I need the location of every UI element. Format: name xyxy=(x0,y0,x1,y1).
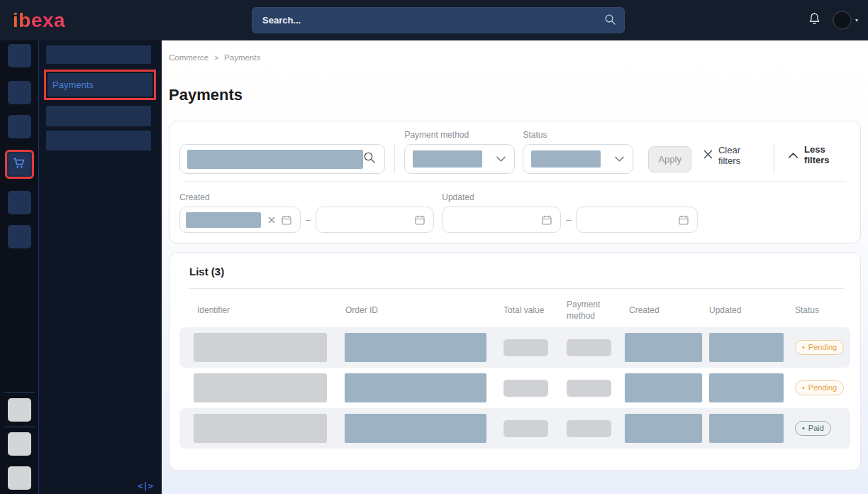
cart-icon xyxy=(11,156,27,173)
clear-filters-button[interactable]: Clear filters xyxy=(703,145,762,166)
redacted-total-value xyxy=(503,339,548,356)
filter-search-input[interactable] xyxy=(179,144,385,174)
icon-rail xyxy=(0,40,39,494)
updated-from-input[interactable] xyxy=(442,207,561,233)
created-label: Created xyxy=(179,192,434,202)
rail-bottom-item-3[interactable] xyxy=(8,466,31,490)
calendar-icon[interactable] xyxy=(281,214,292,226)
redacted-payment-method xyxy=(567,420,611,437)
breadcrumb-separator: > xyxy=(214,53,218,62)
col-updated: Updated xyxy=(709,304,792,316)
redacted-updated xyxy=(709,414,784,443)
filter-divider xyxy=(774,145,774,173)
list-title: List (3) xyxy=(189,265,850,278)
less-filters-button[interactable]: Less filters xyxy=(789,144,850,165)
rail-item-6[interactable] xyxy=(8,225,31,248)
sidebar-item-3[interactable] xyxy=(46,106,151,126)
rail-item-5[interactable] xyxy=(8,191,31,214)
rail-bottom-item-2[interactable] xyxy=(8,432,31,456)
col-total-value: Total value xyxy=(503,304,567,316)
global-search xyxy=(252,7,625,33)
status-select[interactable] xyxy=(523,144,633,174)
created-from-input[interactable] xyxy=(179,207,301,233)
table-row[interactable]: •Pending xyxy=(179,327,850,368)
filters-panel: Payment method Status xyxy=(169,121,861,243)
redacted-created xyxy=(625,414,702,443)
calendar-icon[interactable] xyxy=(678,214,689,226)
redacted-search-value xyxy=(187,150,363,169)
status-label: Status xyxy=(523,130,633,140)
sidebar-item-label: Payments xyxy=(52,79,94,90)
sidebar-item-1[interactable] xyxy=(46,45,151,64)
calendar-icon[interactable] xyxy=(414,214,425,226)
payment-method-select[interactable] xyxy=(404,144,515,174)
rail-item-commerce[interactable] xyxy=(9,153,30,175)
rail-divider xyxy=(4,427,35,427)
clear-filters-label: Clear filters xyxy=(718,145,762,166)
main-content: Commerce > Payments Payments Payment met… xyxy=(162,40,868,494)
redacted-identifier xyxy=(194,414,327,443)
breadcrumb-commerce[interactable]: Commerce xyxy=(169,53,208,62)
redacted-payment-method xyxy=(567,380,611,397)
table-header: Identifier Order ID Total value Payment … xyxy=(179,289,850,327)
redacted-updated xyxy=(709,373,784,402)
global-search-input[interactable] xyxy=(252,7,625,33)
updated-label: Updated xyxy=(442,192,698,202)
apply-button[interactable]: Apply xyxy=(648,146,691,172)
sidebar-item-4[interactable] xyxy=(46,131,151,150)
avatar[interactable] xyxy=(833,11,852,30)
chevron-up-icon xyxy=(789,150,798,160)
breadcrumb: Commerce > Payments xyxy=(169,53,861,62)
bell-icon[interactable] xyxy=(808,12,821,29)
sidebar-item-payments-highlight: Payments xyxy=(44,70,156,100)
redacted-order-id xyxy=(345,414,486,443)
less-filters-label: Less filters xyxy=(804,144,850,165)
redacted-payment-method xyxy=(567,339,611,356)
rail-item-3[interactable] xyxy=(8,115,31,138)
status-badge: •Pending xyxy=(795,380,844,395)
col-created: Created xyxy=(625,304,709,316)
filters-row-divider xyxy=(184,181,846,182)
payments-list-panel: List (3) Identifier Order ID Total value… xyxy=(169,252,861,471)
rail-item-1[interactable] xyxy=(8,44,31,67)
search-icon[interactable] xyxy=(363,151,376,167)
col-identifier: Identifier xyxy=(179,304,345,316)
col-payment-method: Payment method xyxy=(567,299,616,322)
updated-to-input[interactable] xyxy=(576,207,698,233)
redacted-created xyxy=(625,373,702,402)
search-icon[interactable] xyxy=(604,13,616,28)
redacted-created xyxy=(625,333,702,362)
status-badge: •Paid xyxy=(795,421,831,436)
table-row[interactable]: •Pending xyxy=(179,368,850,408)
redacted-identifier xyxy=(194,373,327,402)
caret-down-icon[interactable]: ▾ xyxy=(855,17,858,23)
topbar: ibexa ▾ xyxy=(0,0,868,40)
sidebar-item-payments[interactable]: Payments xyxy=(48,73,152,97)
page-title: Payments xyxy=(169,86,861,104)
redacted-order-id xyxy=(345,373,486,402)
status-dot: • xyxy=(802,383,805,392)
payment-method-label: Payment method xyxy=(404,130,515,140)
rail-item-2[interactable] xyxy=(8,81,31,104)
clear-date-icon[interactable] xyxy=(268,216,275,224)
filter-divider xyxy=(394,144,395,174)
chevron-down-icon xyxy=(496,156,506,162)
rail-item-commerce-highlight xyxy=(5,150,34,179)
col-status: Status xyxy=(792,304,850,316)
close-icon xyxy=(703,150,713,161)
redacted-identifier xyxy=(194,333,327,362)
calendar-icon[interactable] xyxy=(541,214,552,226)
collapse-sidebar-icon[interactable]: <|> xyxy=(138,481,153,491)
col-order-id: Order ID xyxy=(345,304,503,316)
created-to-input[interactable] xyxy=(316,207,434,233)
breadcrumb-payments: Payments xyxy=(224,53,260,62)
status-dot: • xyxy=(802,343,805,351)
chevron-down-icon xyxy=(615,156,624,162)
redacted-order-id xyxy=(345,333,486,362)
table-row[interactable]: •Paid xyxy=(179,408,850,449)
rail-bottom-item-1[interactable] xyxy=(8,398,31,422)
date-range-separator: – xyxy=(306,214,311,225)
ibexa-logo[interactable]: ibexa xyxy=(13,9,65,32)
redacted-total-value xyxy=(503,420,548,437)
user-menu[interactable]: ▾ xyxy=(833,11,858,30)
